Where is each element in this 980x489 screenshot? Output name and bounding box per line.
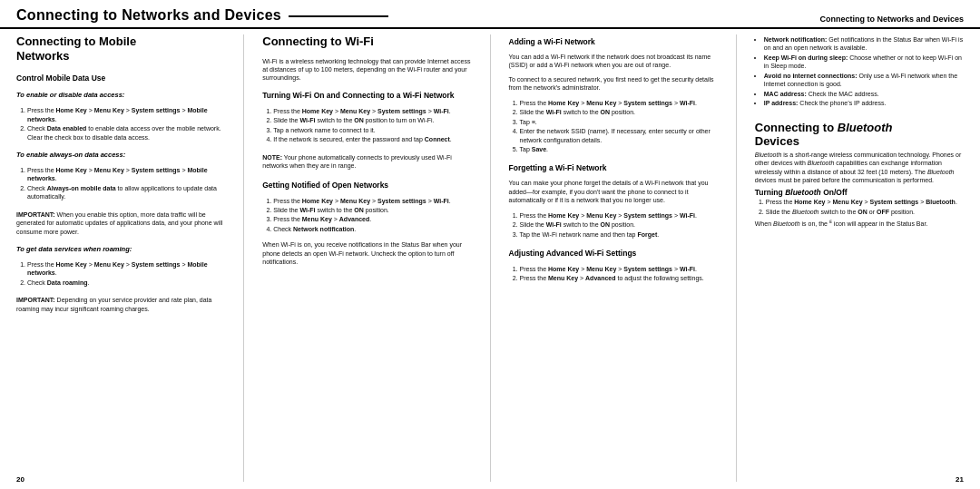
list-item: Press the Home Key > Menu Key > System s… <box>520 99 718 107</box>
list-item: Press the Home Key > Menu Key > System s… <box>27 260 225 278</box>
advanced-steps: Press the Home Key > Menu Key > System s… <box>509 265 718 284</box>
list-item: Press the Menu Key > Advanced. <box>273 215 471 223</box>
bt-note: When Bluetooth is on, the ᴇ icon will ap… <box>755 218 964 229</box>
divider-2 <box>490 34 491 482</box>
list-item: Press the Menu Key > Advanced to adjust … <box>520 274 718 282</box>
roaming-label: To get data services when roaming: <box>16 245 225 253</box>
list-item: Check Network notification. <box>273 225 471 233</box>
divider-3 <box>736 34 737 482</box>
col-wifi: Connecting to Wi-Fi Wi-Fi is a wireless … <box>262 34 471 482</box>
add-wifi-intro: You can add a Wi-Fi network if the netwo… <box>509 53 718 70</box>
always-on-steps-list: Press the Home Key > Menu Key > System s… <box>16 166 225 202</box>
important-text-1: IMPORTANT: When you enable this option, … <box>16 210 225 236</box>
header-title-left: Connecting to Networks and Devices <box>16 7 388 24</box>
bluetooth-intro: Bluetooth is a short-range wireless comm… <box>755 151 964 185</box>
mobile-networks-title: Connecting to MobileNetworks <box>16 34 225 63</box>
main-content: Connecting to MobileNetworks Control Mob… <box>0 34 980 489</box>
list-item: Slide the Wi-Fi switch to the ON positio… <box>273 116 471 124</box>
list-item: Tap the Wi-Fi network name and then tap … <box>520 230 718 239</box>
turn-on-steps: Press the Home Key > Menu Key > System s… <box>262 107 471 145</box>
control-mobile-title: Control Mobile Data Use <box>16 73 225 83</box>
wifi-intro: Wi-Fi is a wireless networking technolog… <box>262 57 471 83</box>
list-item: Enter the network SSID (name). If necess… <box>520 127 718 144</box>
page-number-right: 21 <box>956 475 964 484</box>
turn-on-title: Turning Wi-Fi On and Connecting to a Wi-… <box>262 91 471 100</box>
list-item: If the network is secured, enter the pas… <box>273 135 471 143</box>
page-number-left: 20 <box>16 475 24 484</box>
enable-steps-list: Press the Home Key > Menu Key > System s… <box>16 106 225 142</box>
always-on-label: To enable always-on data access: <box>16 151 225 159</box>
enable-disable-label: To enable or disable data access: <box>16 91 225 99</box>
bt-on-off-title: Turning Bluetooth On/Off <box>755 188 964 197</box>
forget-wifi-title: Forgetting a Wi-Fi Network <box>509 163 718 172</box>
list-item: Press the Home Key > Menu Key > System s… <box>273 107 471 115</box>
open-net-desc: When Wi-Fi is on, you receive notificati… <box>262 240 471 266</box>
list-item: Slide the Bluetooth switch to the ON or … <box>766 208 964 216</box>
list-item: Press the Home Key > Menu Key > System s… <box>766 198 964 206</box>
list-item: Check Always-on mobile data to allow app… <box>27 184 225 201</box>
forget-steps: Press the Home Key > Menu Key > System s… <box>509 211 718 240</box>
add-wifi-title: Adding a Wi-Fi Network <box>509 37 718 46</box>
list-item: Tap Save. <box>520 145 718 153</box>
roaming-steps-list: Press the Home Key > Menu Key > System s… <box>16 260 225 288</box>
header-title-right: Connecting to Networks and Devices <box>819 15 964 24</box>
list-item: Press the Home Key > Menu Key > System s… <box>520 265 718 273</box>
advanced-wifi-title: Adjusting Advanced Wi-Fi Settings <box>509 249 718 258</box>
divider-1 <box>243 34 244 482</box>
list-item: Network notification: Get notifications … <box>764 35 964 53</box>
wifi-note: NOTE: Your phone automatically connects … <box>262 153 471 171</box>
list-item: Tap a network name to connect to it. <box>273 126 471 134</box>
forget-wifi-intro: You can make your phone forget the detai… <box>509 179 718 204</box>
list-item: Press the Home Key > Menu Key > System s… <box>520 211 718 220</box>
list-item: Slide the Wi-Fi switch to the ON positio… <box>273 206 471 214</box>
list-item: Check Data roaming. <box>27 279 225 287</box>
list-item: IP address: Check the phone’s IP address… <box>764 99 964 107</box>
list-item: Press the Home Key > Menu Key > System s… <box>27 106 225 123</box>
col-mobile-networks: Connecting to MobileNetworks Control Mob… <box>16 34 225 482</box>
important-text-2: IMPORTANT: Depending on your service pro… <box>16 296 225 313</box>
header-bar: Connecting to Networks and Devices Conne… <box>0 0 980 29</box>
list-item: MAC address: Check the MAC address. <box>764 90 964 98</box>
bluetooth-title: Connecting to BluetoothDevices <box>755 121 964 149</box>
wifi-main-title: Connecting to Wi-Fi <box>262 34 471 49</box>
add-wifi-connect: To connect to a secured network, you fir… <box>509 75 718 93</box>
add-steps: Press the Home Key > Menu Key > System s… <box>509 99 718 155</box>
list-item: Slide the Wi-Fi switch to the ON positio… <box>520 108 718 116</box>
list-item: Avoid no internet connections: Only use … <box>764 72 964 89</box>
advanced-bullets: Network notification: Get notifications … <box>755 35 964 109</box>
list-item: Press the Home Key > Menu Key > System s… <box>27 166 225 183</box>
list-item: Keep Wi-Fi on during sleep: Choose wheth… <box>764 54 964 71</box>
bt-on-off-steps: Press the Home Key > Menu Key > System s… <box>755 198 964 216</box>
list-item: Tap ≡. <box>520 118 718 126</box>
list-item: Press the Home Key > Menu Key > System s… <box>273 197 471 205</box>
list-item: Check Data enabled to enable data access… <box>27 124 225 142</box>
open-net-steps: Press the Home Key > Menu Key > System s… <box>262 197 471 235</box>
col-bluetooth: Network notification: Get notifications … <box>755 34 964 482</box>
list-item: Slide the Wi-Fi switch to the ON positio… <box>520 220 718 229</box>
open-net-title: Getting Notified of Open Networks <box>262 181 471 190</box>
col-wifi-networks: Adding a Wi-Fi Network You can add a Wi-… <box>509 34 718 482</box>
